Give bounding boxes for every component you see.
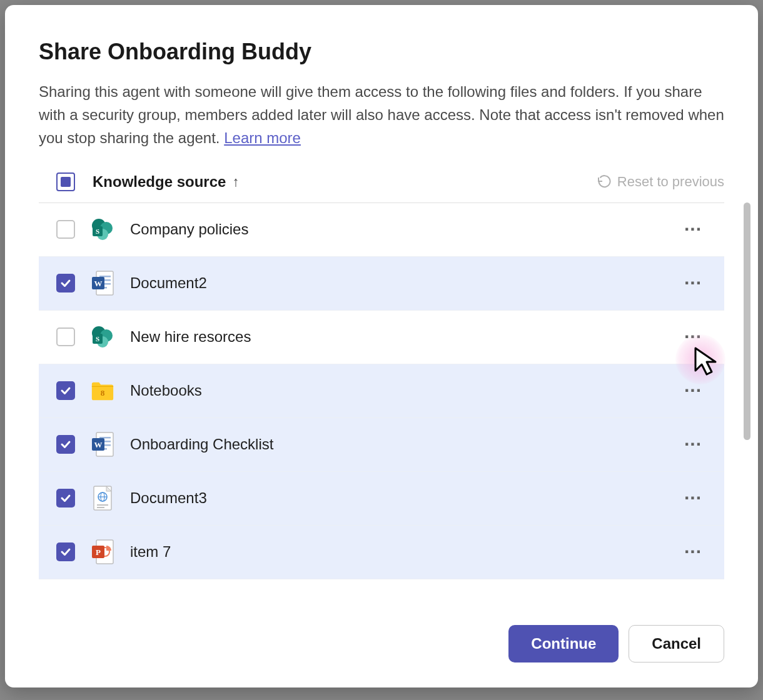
svg-text:S: S: [96, 335, 99, 342]
svg-text:P: P: [96, 548, 101, 557]
table-row: W Onboarding Checklist···: [39, 418, 724, 472]
more-actions-button[interactable]: ···: [680, 324, 705, 350]
learn-more-link[interactable]: Learn more: [224, 129, 301, 146]
column-header-label: Knowledge source: [93, 173, 226, 191]
select-all-checkbox[interactable]: [56, 172, 75, 191]
row-label: Onboarding Checklist: [130, 436, 665, 453]
row-label: Document2: [130, 274, 665, 292]
row-checkbox[interactable]: [56, 220, 75, 239]
webfile-icon: [90, 484, 115, 512]
svg-text:W: W: [94, 279, 103, 288]
reset-to-previous-button: Reset to previous: [596, 174, 724, 190]
dialog-title: Share Onboarding Buddy: [39, 39, 724, 65]
description-text: Sharing this agent with someone will giv…: [39, 83, 724, 146]
sharepoint-icon: S: [90, 323, 115, 351]
sort-ascending-icon: ↑: [232, 174, 239, 190]
more-actions-button[interactable]: ···: [680, 378, 705, 404]
row-label: Notebooks: [130, 382, 665, 399]
continue-button[interactable]: Continue: [508, 625, 619, 662]
more-actions-button[interactable]: ···: [680, 485, 705, 511]
dialog-footer: Continue Cancel: [39, 625, 724, 662]
svg-rect-29: [97, 504, 108, 506]
table-row: W Document2···: [39, 257, 724, 311]
table-row: S New hire resorces···: [39, 311, 724, 364]
row-checkbox[interactable]: [56, 435, 75, 454]
row-checkbox[interactable]: [56, 328, 75, 346]
table-row: Document3···: [39, 472, 724, 526]
table-row: S Company policies···: [39, 203, 724, 257]
word-icon: W: [90, 431, 115, 458]
table-row: P item 7···: [39, 526, 724, 579]
scrollbar-thumb[interactable]: [744, 202, 750, 440]
reset-label: Reset to previous: [617, 174, 724, 190]
row-label: New hire resorces: [130, 328, 665, 346]
more-actions-button[interactable]: ···: [680, 431, 705, 458]
dialog-description: Sharing this agent with someone will giv…: [39, 80, 724, 150]
more-actions-button[interactable]: ···: [680, 216, 705, 242]
list-container: S Company policies··· W Document2··· S N…: [39, 202, 724, 608]
table-row: 8 Notebooks···: [39, 364, 724, 418]
indeterminate-indicator: [61, 177, 71, 187]
column-header-knowledge-source[interactable]: Knowledge source ↑: [93, 173, 239, 191]
powerpoint-icon: P: [90, 538, 115, 566]
svg-text:W: W: [94, 440, 103, 449]
more-actions-button[interactable]: ···: [680, 270, 705, 296]
row-label: Document3: [130, 489, 665, 507]
svg-text:S: S: [96, 228, 99, 235]
row-checkbox[interactable]: [56, 542, 75, 561]
row-checkbox[interactable]: [56, 274, 75, 292]
row-label: item 7: [130, 543, 665, 561]
knowledge-source-list: S Company policies··· W Document2··· S N…: [39, 202, 724, 579]
cancel-button[interactable]: Cancel: [629, 625, 724, 662]
svg-text:8: 8: [101, 388, 105, 398]
folder-icon: 8: [90, 377, 115, 404]
row-label: Company policies: [130, 221, 665, 238]
sharepoint-icon: S: [90, 216, 115, 243]
share-dialog: Share Onboarding Buddy Sharing this agen…: [5, 5, 758, 688]
table-header: Knowledge source ↑ Reset to previous: [39, 172, 724, 202]
word-icon: W: [90, 269, 115, 297]
svg-rect-30: [97, 507, 104, 508]
row-checkbox[interactable]: [56, 381, 75, 400]
row-checkbox[interactable]: [56, 489, 75, 508]
more-actions-button[interactable]: ···: [680, 539, 705, 565]
undo-icon: [596, 174, 611, 189]
